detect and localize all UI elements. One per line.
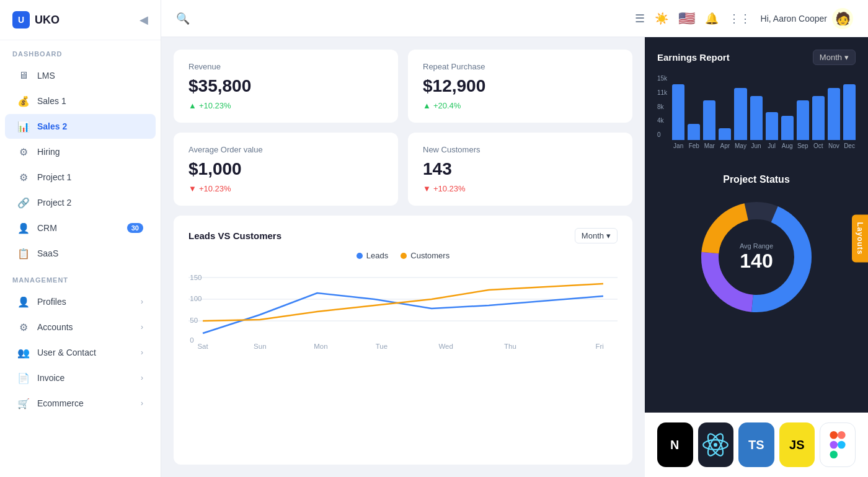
y-label-4k: 4k (657, 117, 667, 124)
bar-1 (688, 124, 700, 140)
bar-9 (812, 96, 825, 140)
layouts-tab[interactable]: Layouts (852, 214, 868, 262)
saas-label: SaaS (37, 248, 143, 258)
content-area: Revenue $35,800 ▲ +10.23% Repeat Purchas… (161, 37, 868, 477)
stat-change-customers: ▼ +10.23% (423, 184, 618, 193)
bar-label-5: Jun (750, 142, 763, 149)
svg-text:Tue: Tue (376, 343, 388, 350)
bar-wrapper-4 (734, 78, 746, 140)
stat-value-revenue: $35,800 (188, 76, 383, 96)
svg-rect-24 (830, 431, 838, 439)
svg-text:N: N (670, 438, 679, 452)
stat-card-repeat: Repeat Purchase $12,900 ▲ +20.4% (408, 50, 632, 123)
sidebar-item-accounts[interactable]: ⚙ Accounts › (5, 315, 156, 339)
bar-5 (750, 96, 763, 140)
earnings-header: Earnings Report Month ▾ (657, 50, 856, 65)
bar-2 (703, 100, 715, 140)
bar-0 (672, 84, 684, 140)
flag-icon[interactable]: 🇺🇸 (678, 11, 695, 27)
stat-change-value-repeat: +20.4% (433, 101, 461, 110)
svg-text:Sun: Sun (254, 343, 267, 350)
sidebar-item-project1[interactable]: ⚙ Project 1 (5, 165, 156, 190)
svg-rect-26 (830, 441, 838, 449)
sidebar-item-hiring[interactable]: ⚙ Hiring (5, 139, 156, 164)
menu-icon[interactable]: ☰ (635, 12, 645, 25)
earnings-chevron-icon: ▾ (844, 53, 849, 62)
user-contact-icon: 👥 (17, 346, 30, 359)
sidebar-item-sales1[interactable]: 💰 Sales 1 (5, 89, 156, 113)
bar-10 (828, 88, 840, 140)
theme-icon[interactable]: ☀️ (655, 12, 668, 25)
bars-area: JanFebMarAprMayJunJulAugSepOctNovDec (672, 78, 856, 149)
sidebar-toggle[interactable]: ◀ (140, 13, 148, 27)
stat-label-revenue: Revenue (188, 62, 383, 71)
saas-icon: 📋 (17, 247, 30, 260)
sidebar-item-invoice[interactable]: 📄 Invoice › (5, 365, 156, 390)
search-box: 🔍 (176, 12, 625, 25)
stat-value-repeat: $12,900 (423, 76, 618, 96)
bar-label-0: Jan (672, 142, 684, 149)
bar-3 (719, 128, 731, 140)
stat-change-value-avg-order: +10.23% (199, 184, 231, 193)
bars-row (672, 78, 856, 140)
svg-text:Sat: Sat (197, 343, 208, 350)
leads-chart-header: Leads VS Customers Month ▾ (188, 228, 618, 243)
profiles-label: Profiles (37, 297, 133, 307)
dashboard-nav: 🖥 LMS 💰 Sales 1 📊 Sales 2 ⚙ Hiring ⚙ Pro… (0, 63, 161, 266)
stat-change-value-revenue: +10.23% (199, 101, 231, 110)
sidebar-item-saas[interactable]: 📋 SaaS (5, 241, 156, 266)
sidebar-item-user-contact[interactable]: 👥 User & Contact › (5, 340, 156, 365)
leads-legend: Leads Customers (188, 251, 618, 260)
sidebar-item-crm[interactable]: 👤 CRM 30 (5, 216, 156, 240)
bar-wrapper-5 (750, 78, 763, 140)
next-logo: N (664, 434, 686, 456)
svg-text:Wed: Wed (438, 343, 453, 350)
grid-icon[interactable]: ⋮⋮ (728, 12, 751, 25)
stat-card-customers: New Customers 143 ▼ +10.23% (408, 133, 632, 206)
bar-wrapper-3 (719, 78, 731, 140)
accounts-icon: ⚙ (17, 321, 30, 333)
sidebar-item-project2[interactable]: 🔗 Project 2 (5, 190, 156, 215)
donut-avg-label: Avg Range (740, 242, 773, 250)
invoice-icon: 📄 (17, 372, 30, 384)
legend-customers: Customers (401, 251, 450, 260)
bar-wrapper-8 (797, 78, 809, 140)
section-management-label: MANAGEMENT (0, 266, 161, 289)
legend-leads: Leads (356, 251, 388, 260)
stat-value-avg-order: $1,000 (188, 159, 383, 179)
crm-label: CRM (37, 223, 120, 233)
earnings-bar-chart: 15k 11k 8k 4k 0 JanFebMarAprMayJunJulAug… (657, 75, 856, 149)
sidebar-item-sales2[interactable]: 📊 Sales 2 (5, 114, 156, 139)
sidebar-item-ecommerce[interactable]: 🛒 Ecommerce › (5, 391, 156, 416)
donut-avg-value: 140 (740, 250, 773, 273)
stat-card-avg-order: Average Order value $1,000 ▼ +10.23% (174, 133, 398, 206)
bar-8 (797, 100, 809, 140)
leads-chart-filter[interactable]: Month ▾ (575, 228, 618, 243)
tech-figma (820, 422, 856, 467)
svg-point-23 (714, 443, 717, 447)
stat-card-revenue: Revenue $35,800 ▲ +10.23% (174, 50, 398, 123)
sales2-label: Sales 2 (37, 121, 143, 131)
sales2-icon: 📊 (17, 120, 30, 133)
lms-label: LMS (37, 71, 143, 81)
leads-dot (356, 253, 363, 259)
bell-icon[interactable]: 🔔 (705, 12, 719, 25)
tech-js: JS (779, 422, 815, 467)
bar-label-1: Feb (688, 142, 700, 149)
svg-rect-27 (830, 450, 838, 458)
hiring-label: Hiring (37, 147, 143, 157)
stat-change-value-customers: +10.23% (433, 184, 466, 193)
leads-chart-card: Leads VS Customers Month ▾ Leads Custome… (174, 216, 632, 465)
logo-mark: U (12, 11, 30, 28)
invoice-label: Invoice (37, 373, 133, 383)
earnings-filter-btn[interactable]: Month ▾ (813, 50, 856, 65)
sales1-icon: 💰 (17, 95, 30, 107)
user-info[interactable]: Hi, Aaron Cooper 🧑 (761, 8, 853, 29)
bar-label-4: May (734, 142, 746, 149)
topbar-right: ☰ ☀️ 🇺🇸 🔔 ⋮⋮ Hi, Aaron Cooper 🧑 (635, 8, 853, 29)
stats-row-2: Average Order value $1,000 ▼ +10.23% New… (174, 133, 632, 206)
sales1-label: Sales 1 (37, 96, 143, 106)
sidebar-item-lms[interactable]: 🖥 LMS (5, 63, 156, 88)
y-label-15k: 15k (657, 75, 667, 82)
sidebar-item-profiles[interactable]: 👤 Profiles › (5, 289, 156, 314)
